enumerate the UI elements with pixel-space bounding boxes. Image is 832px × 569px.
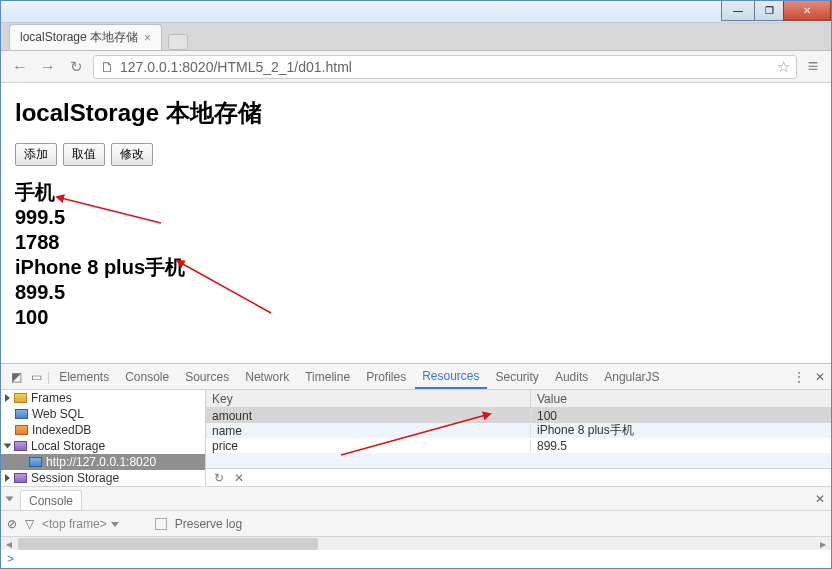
tab-title: localStorage 本地存储 bbox=[20, 29, 138, 46]
cell-key: price bbox=[206, 439, 531, 453]
horizontal-scrollbar[interactable]: ◂▸ bbox=[1, 536, 831, 550]
devtools-tab-network[interactable]: Network bbox=[238, 366, 296, 388]
table-row[interactable]: price 899.5 bbox=[206, 438, 831, 453]
chevron-down-icon bbox=[111, 522, 119, 527]
preserve-log-checkbox[interactable] bbox=[155, 518, 167, 530]
page-heading: localStorage 本地存储 bbox=[15, 97, 817, 129]
cell-value: iPhone 8 plus手机 bbox=[531, 422, 831, 439]
storage-icon bbox=[14, 441, 27, 451]
page-content: localStorage 本地存储 添加 取值 修改 手机 999.5 1788… bbox=[1, 83, 831, 330]
console-toolbar: ⊘ ▽ <top frame> Preserve log bbox=[1, 510, 831, 536]
preserve-log-label: Preserve log bbox=[175, 517, 242, 531]
devtools-drawer-tabs: Console ✕ bbox=[1, 486, 831, 510]
modify-button[interactable]: 修改 bbox=[111, 143, 153, 166]
devtools-tab-profiles[interactable]: Profiles bbox=[359, 366, 413, 388]
frame-selector[interactable]: <top frame> bbox=[42, 517, 119, 531]
column-header-value[interactable]: Value bbox=[531, 390, 831, 407]
reload-button[interactable]: ↻ bbox=[65, 56, 87, 78]
cell-value: 899.5 bbox=[531, 439, 831, 453]
window-titlebar: — ❐ ✕ bbox=[1, 1, 831, 23]
sidebar-item-frames[interactable]: Frames bbox=[1, 390, 205, 406]
browser-tabstrip: localStorage 本地存储 × bbox=[1, 23, 831, 51]
storage-icon bbox=[14, 473, 27, 483]
folder-icon bbox=[14, 393, 27, 403]
delete-icon[interactable]: ✕ bbox=[234, 471, 244, 485]
devtools-more-icon[interactable]: ⋮ bbox=[793, 370, 805, 384]
filter-icon[interactable]: ▽ bbox=[25, 517, 34, 531]
sidebar-item-sessionstorage[interactable]: Session Storage bbox=[1, 470, 205, 486]
host-icon bbox=[29, 457, 42, 467]
browser-tab[interactable]: localStorage 本地存储 × bbox=[9, 24, 162, 50]
cell-key: name bbox=[206, 424, 531, 438]
window-maximize-button[interactable]: ❐ bbox=[754, 1, 784, 21]
devtools-tab-security[interactable]: Security bbox=[489, 366, 546, 388]
cell-key: amount bbox=[206, 409, 531, 423]
column-header-key[interactable]: Key bbox=[206, 390, 531, 407]
output-line: 999.5 bbox=[15, 205, 817, 230]
db-icon bbox=[15, 409, 28, 419]
forward-button[interactable]: → bbox=[37, 56, 59, 78]
url-text: 127.0.0.1:8020/HTML5_2_1/d01.html bbox=[120, 59, 352, 75]
devtools-tabs: ◩ ▭ | Elements Console Sources Network T… bbox=[1, 364, 831, 390]
refresh-icon[interactable]: ↻ bbox=[214, 471, 224, 485]
tab-close-icon[interactable]: × bbox=[144, 31, 151, 45]
devtools-panel: ◩ ▭ | Elements Console Sources Network T… bbox=[1, 363, 831, 568]
output-line: 手机 bbox=[15, 180, 817, 205]
sidebar-item-localstorage-host[interactable]: http://127.0.0.1:8020 bbox=[1, 454, 205, 470]
devtools-tab-audits[interactable]: Audits bbox=[548, 366, 595, 388]
devtools-tab-timeline[interactable]: Timeline bbox=[298, 366, 357, 388]
devtools-tab-console[interactable]: Console bbox=[118, 366, 176, 388]
device-mode-icon[interactable]: ▭ bbox=[27, 370, 45, 384]
sidebar-item-indexeddb[interactable]: IndexedDB bbox=[1, 422, 205, 438]
devtools-close-icon[interactable]: ✕ bbox=[815, 370, 825, 384]
output-line: iPhone 8 plus手机 bbox=[15, 255, 817, 280]
inspect-element-icon[interactable]: ◩ bbox=[7, 370, 25, 384]
omnibox[interactable]: 🗋 127.0.0.1:8020/HTML5_2_1/d01.html ☆ bbox=[93, 55, 797, 79]
file-icon: 🗋 bbox=[100, 59, 114, 75]
storage-footer: ↻ ✕ bbox=[206, 468, 831, 486]
output-lines: 手机 999.5 1788 iPhone 8 plus手机 899.5 100 bbox=[15, 180, 817, 330]
console-prompt[interactable]: > bbox=[1, 550, 831, 568]
new-tab-button[interactable] bbox=[168, 34, 188, 50]
clear-console-icon[interactable]: ⊘ bbox=[7, 517, 17, 531]
resources-sidebar: Frames Web SQL IndexedDB Local Storage h… bbox=[1, 390, 206, 486]
address-bar: ← → ↻ 🗋 127.0.0.1:8020/HTML5_2_1/d01.htm… bbox=[1, 51, 831, 83]
storage-table: Key Value amount 100 name iPhone 8 plus手… bbox=[206, 390, 831, 486]
devtools-tab-sources[interactable]: Sources bbox=[178, 366, 236, 388]
console-drawer-tab[interactable]: Console bbox=[20, 490, 82, 511]
sidebar-item-localstorage[interactable]: Local Storage bbox=[1, 438, 205, 454]
output-line: 100 bbox=[15, 305, 817, 330]
get-button[interactable]: 取值 bbox=[63, 143, 105, 166]
devtools-tab-angularjs[interactable]: AngularJS bbox=[597, 366, 666, 388]
back-button[interactable]: ← bbox=[9, 56, 31, 78]
table-row[interactable]: name iPhone 8 plus手机 bbox=[206, 423, 831, 438]
table-row[interactable]: amount 100 bbox=[206, 408, 831, 423]
window-close-button[interactable]: ✕ bbox=[783, 1, 831, 21]
window-minimize-button[interactable]: — bbox=[721, 1, 755, 21]
add-button[interactable]: 添加 bbox=[15, 143, 57, 166]
devtools-tab-resources[interactable]: Resources bbox=[415, 365, 486, 389]
bookmark-star-icon[interactable]: ☆ bbox=[777, 58, 790, 76]
output-line: 899.5 bbox=[15, 280, 817, 305]
devtools-tab-elements[interactable]: Elements bbox=[52, 366, 116, 388]
db-icon bbox=[15, 425, 28, 435]
table-row[interactable] bbox=[206, 453, 831, 468]
sidebar-item-websql[interactable]: Web SQL bbox=[1, 406, 205, 422]
output-line: 1788 bbox=[15, 230, 817, 255]
drawer-close-icon[interactable]: ✕ bbox=[815, 492, 825, 506]
cell-value: 100 bbox=[531, 409, 831, 423]
chrome-menu-icon[interactable]: ≡ bbox=[803, 57, 823, 77]
